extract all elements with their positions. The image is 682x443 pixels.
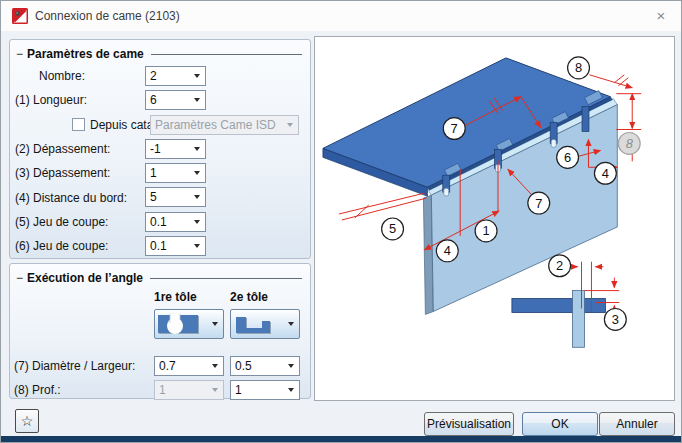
diagram-callout-2: 2 xyxy=(549,255,571,277)
preview-button[interactable]: Prévisualisation xyxy=(424,412,514,436)
jeu-coupe5-value: 0.1 xyxy=(150,215,167,229)
diagram-callout-7: 7 xyxy=(443,118,465,140)
diagram-callout-4: 4 xyxy=(436,240,458,262)
jeu-coupe5-label: (5) Jeu de coupe: xyxy=(15,215,108,229)
row-distance-bord: (4) Distance du bord: 5 xyxy=(10,185,310,209)
depuis-catalogue-checkbox[interactable] xyxy=(72,118,85,131)
footer: ☆ Prévisualisation OK Annuler xyxy=(1,406,681,438)
chevron-down-icon xyxy=(212,364,218,368)
chevron-down-icon xyxy=(194,98,200,102)
collapse-icon[interactable]: − xyxy=(16,271,23,285)
svg-text:3: 3 xyxy=(612,312,619,327)
catalogue-value: Paramètres Came ISD xyxy=(155,118,276,132)
ok-button[interactable]: OK xyxy=(522,412,598,436)
depassement2-combobox[interactable]: -1 xyxy=(145,139,206,159)
group-corner-execution: − Exécution de l’angle 1re tôle 2e tôle xyxy=(9,263,311,399)
chevron-down-icon xyxy=(212,322,218,326)
distance-bord-label: (4) Distance du bord: xyxy=(15,191,127,205)
longueur-label: (1) Longueur: xyxy=(15,93,87,107)
group-cam-parameters: − Paramètres de came Nombre: 2 (1) Longu… xyxy=(9,39,311,259)
chevron-down-icon xyxy=(212,388,218,392)
favorites-button[interactable]: ☆ xyxy=(15,409,39,433)
distance-bord-combobox[interactable]: 5 xyxy=(145,187,206,207)
chevron-down-icon xyxy=(194,220,200,224)
svg-text:5: 5 xyxy=(389,221,396,236)
close-icon[interactable]: × xyxy=(649,5,673,27)
corner-type1-dropdown[interactable] xyxy=(154,309,224,339)
chevron-down-icon xyxy=(288,364,294,368)
row-depuis-catalogue: Depuis catalogue: Paramètres Came ISD xyxy=(10,113,310,137)
chevron-down-icon xyxy=(194,147,200,151)
second-sheet-header: 2e tôle xyxy=(230,290,268,304)
svg-text:4: 4 xyxy=(602,166,609,181)
jeu-coupe6-label: (6) Jeu de coupe: xyxy=(15,239,108,253)
row-depassement-2: (2) Dépassement: -1 xyxy=(10,137,310,161)
jeu-coupe5-combobox[interactable]: 0.1 xyxy=(145,212,206,232)
diagram-panel: 87864751423 xyxy=(314,36,675,401)
row-longueur: (1) Longueur: 6 xyxy=(10,88,310,112)
diametre-largeur-label: (7) Diamètre / Largeur: xyxy=(14,359,135,373)
cam-connection-dialog: Connexion de came (2103) × − Paramètres … xyxy=(0,0,682,443)
catalogue-combobox: Paramètres Came ISD xyxy=(150,115,299,135)
chevron-down-icon xyxy=(194,195,200,199)
diametre1-value: 0.7 xyxy=(159,359,176,373)
svg-text:7: 7 xyxy=(535,196,542,211)
cancel-button[interactable]: Annuler xyxy=(599,412,675,436)
group-corner-title: Exécution de l’angle xyxy=(27,271,143,285)
profondeur1-value: 1 xyxy=(159,383,166,397)
chevron-down-icon xyxy=(288,388,294,392)
row-nombre: Nombre: 2 xyxy=(10,64,310,88)
chevron-down-icon xyxy=(287,123,293,127)
header-rule xyxy=(150,278,302,279)
diagram-callout-3: 3 xyxy=(604,308,626,330)
cam-connection-diagram: 87864751423 xyxy=(315,37,674,400)
nombre-label: Nombre: xyxy=(39,69,85,83)
diametre2-value: 0.5 xyxy=(235,359,252,373)
diametre1-combobox[interactable]: 0.7 xyxy=(154,356,224,376)
chevron-down-icon xyxy=(194,244,200,248)
svg-text:8: 8 xyxy=(626,136,634,151)
svg-text:6: 6 xyxy=(564,150,571,165)
header-rule xyxy=(151,54,302,55)
window-edge-strip xyxy=(1,436,681,442)
longueur-combobox[interactable]: 6 xyxy=(145,90,206,110)
row-jeu-coupe-6: (6) Jeu de coupe: 0.1 xyxy=(10,234,310,258)
jeu-coupe6-value: 0.1 xyxy=(150,239,167,253)
diagram-callout-8: 8 xyxy=(618,132,640,154)
diagram-callout-6: 6 xyxy=(557,146,579,168)
row-profondeur: (8) Prof.: 1 1 xyxy=(10,378,310,402)
row-jeu-coupe-5: (5) Jeu de coupe: 0.1 xyxy=(10,210,310,234)
app-icon xyxy=(12,8,28,24)
profondeur-label: (8) Prof.: xyxy=(14,383,61,397)
svg-text:1: 1 xyxy=(482,223,489,238)
corner-type-row xyxy=(10,307,310,341)
chevron-down-icon xyxy=(288,322,294,326)
profondeur2-value: 1 xyxy=(235,383,242,397)
depassement2-label: (2) Dépassement: xyxy=(15,142,110,156)
depassement2-value: -1 xyxy=(150,142,161,156)
diagram-callout-5: 5 xyxy=(382,218,404,240)
group-corner-header: − Exécution de l’angle xyxy=(10,264,310,288)
depassement3-value: 1 xyxy=(150,166,157,180)
svg-text:7: 7 xyxy=(451,121,458,136)
svg-text:8: 8 xyxy=(575,60,582,75)
sheet-column-headers: 1re tôle 2e tôle xyxy=(10,290,310,307)
svg-text:4: 4 xyxy=(444,243,451,258)
collapse-icon[interactable]: − xyxy=(16,47,23,61)
group-cam-header: − Paramètres de came xyxy=(10,40,310,64)
diagram-callout-4: 4 xyxy=(594,162,616,184)
row-diametre-largeur: (7) Diamètre / Largeur: 0.7 0.5 xyxy=(10,354,310,378)
diametre2-combobox[interactable]: 0.5 xyxy=(230,356,300,376)
square-corner-relief-icon xyxy=(231,312,277,336)
chevron-down-icon xyxy=(194,171,200,175)
corner-type2-dropdown[interactable] xyxy=(230,309,300,339)
nombre-combobox[interactable]: 2 xyxy=(145,66,206,86)
profondeur2-combobox[interactable]: 1 xyxy=(230,380,300,400)
first-sheet-header: 1re tôle xyxy=(154,290,197,304)
row-depassement-3: (3) Dépassement: 1 xyxy=(10,161,310,185)
depassement3-label: (3) Dépassement: xyxy=(15,166,110,180)
depassement3-combobox[interactable]: 1 xyxy=(145,163,206,183)
distance-bord-value: 5 xyxy=(150,190,157,204)
jeu-coupe6-combobox[interactable]: 0.1 xyxy=(145,236,206,256)
diagram-callout-1: 1 xyxy=(475,220,497,242)
